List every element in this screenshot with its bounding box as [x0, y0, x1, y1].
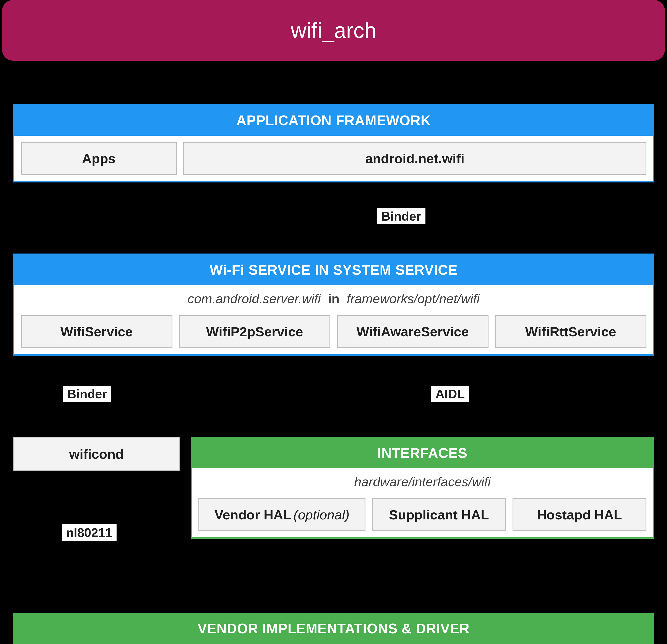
- cell-hostapd-hal: Hostapd HAL: [513, 498, 647, 531]
- cell-vendor-hal-optional: (optional): [294, 507, 349, 522]
- edge-label-aidl: AIDL: [431, 386, 469, 402]
- layer-interfaces: INTERFACES hardware/interfaces/wifi Vend…: [191, 437, 654, 539]
- layer-header-wifi-service: Wi-Fi SERVICE IN SYSTEM SERVICE: [14, 255, 653, 285]
- layer-body-interfaces: Vendor HAL (optional) Supplicant HAL Hos…: [192, 492, 653, 537]
- layer-subtitle-interfaces: hardware/interfaces/wifi: [192, 468, 653, 492]
- layer-header-interfaces: INTERFACES: [192, 438, 653, 468]
- cell-supplicant-hal: Supplicant HAL: [372, 498, 506, 531]
- cell-wificond: wificond: [13, 437, 180, 471]
- layer-header-application-framework: APPLICATION FRAMEWORK: [14, 105, 653, 136]
- layer-body-application-framework: Apps android.net.wifi: [14, 136, 653, 181]
- edge-label-nl80211: nl80211: [62, 525, 116, 541]
- layer-application-framework: APPLICATION FRAMEWORK Apps android.net.w…: [13, 104, 654, 182]
- edge-label-binder-left: Binder: [63, 386, 111, 402]
- cell-wifip2pservice: WifiP2pService: [179, 315, 330, 348]
- edge-label-binder-top: Binder: [377, 208, 425, 224]
- layer-wifi-service: Wi-Fi SERVICE IN SYSTEM SERVICE com.andr…: [13, 254, 654, 356]
- layer-subtitle-wifi-service: com.android.server.wifi in frameworks/op…: [14, 285, 653, 309]
- subtitle-path: frameworks/opt/net/wifi: [347, 291, 480, 306]
- cell-wifiawareservice: WifiAwareService: [337, 315, 488, 348]
- cell-wifirttservice: WifiRttService: [495, 315, 647, 348]
- subtitle-package: com.android.server.wifi: [188, 291, 321, 306]
- diagram-title: wifi_arch: [2, 0, 665, 61]
- cell-vendor-hal: Vendor HAL (optional): [198, 498, 365, 531]
- layer-body-wifi-service: WifiService WifiP2pService WifiAwareServ…: [14, 309, 653, 354]
- subtitle-in: in: [324, 291, 343, 306]
- layer-vendor-implementations: VENDOR IMPLEMENTATIONS & DRIVER: [13, 613, 654, 644]
- diagram-stage: wifi_arch APPLICATION FRAMEWORK Apps and…: [0, 0, 667, 644]
- cell-apps: Apps: [21, 142, 177, 175]
- cell-wifiservice: WifiService: [21, 315, 173, 348]
- cell-vendor-hal-label: Vendor HAL: [214, 507, 291, 522]
- cell-android-net-wifi: android.net.wifi: [183, 142, 647, 175]
